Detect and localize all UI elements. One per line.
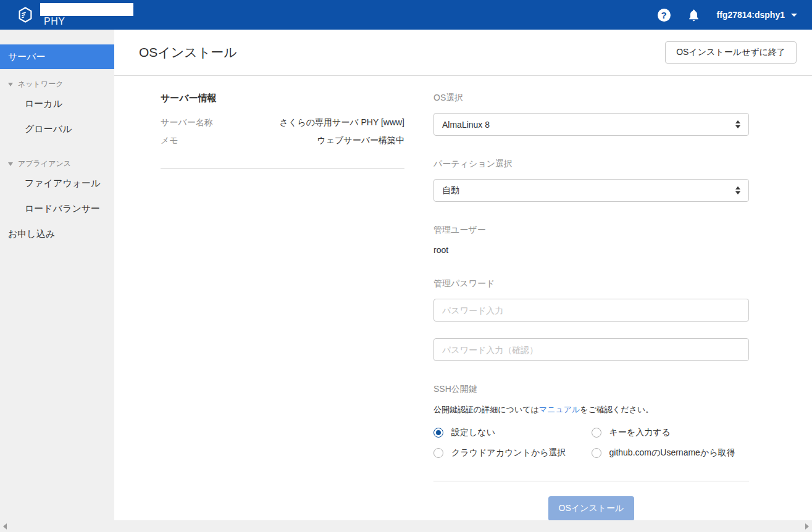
- select-spinner-icon: [735, 120, 740, 128]
- partition-select-label: パーティション選択: [433, 159, 749, 170]
- sidebar-item-firewall[interactable]: ファイアウォール: [0, 178, 114, 189]
- os-select-value: AlmaLinux 8: [442, 120, 490, 130]
- password-confirm-input[interactable]: [433, 338, 749, 361]
- password-input[interactable]: [433, 299, 749, 322]
- server-name-value: さくらの専用サーバ PHY [www]: [280, 117, 404, 128]
- account-id: ffg27814:dsphy1: [717, 10, 785, 20]
- ssh-option-github-username[interactable]: github.comのUsernameから取得: [592, 447, 750, 459]
- ssh-option-cloud-account[interactable]: クラウドアカウントから選択: [433, 447, 592, 459]
- radio-icon[interactable]: [433, 428, 443, 438]
- sidebar-item-global[interactable]: グローバル: [0, 123, 114, 135]
- ssh-option-enter-key[interactable]: キーを入力する: [592, 427, 750, 438]
- memo-label: メモ: [161, 135, 178, 146]
- triangle-down-icon: [8, 162, 13, 166]
- ssh-key-label: SSH公開鍵: [433, 384, 749, 395]
- radio-icon[interactable]: [592, 448, 601, 458]
- radio-icon[interactable]: [592, 428, 601, 438]
- partition-select-value: 自動: [442, 185, 459, 196]
- manual-link[interactable]: マニュアル: [539, 405, 580, 414]
- admin-user-label: 管理ユーザー: [433, 225, 749, 236]
- chevron-down-icon: [791, 14, 797, 17]
- account-menu[interactable]: ffg27814:dsphy1: [717, 10, 797, 20]
- sidebar: サーバー ネットワーク ローカル グローバル アプライアンス ファイアウォール …: [0, 30, 114, 520]
- notification-bell-icon[interactable]: [688, 9, 700, 22]
- main-content: OSインストール OSインストールせずに終了 サーバー情報 サーバー名称 さくら…: [114, 30, 812, 520]
- partition-select[interactable]: 自動: [433, 179, 749, 202]
- ssh-key-note: 公開鍵認証の詳細についてはマニュアルをご確認ください。: [433, 404, 749, 415]
- logo-hexagon-icon: [17, 6, 33, 23]
- sidebar-section-network[interactable]: ネットワーク: [0, 69, 114, 89]
- page-title: OSインストール: [139, 44, 237, 61]
- exit-without-install-button[interactable]: OSインストールせずに終了: [665, 41, 797, 64]
- server-name-row: サーバー名称 さくらの専用サーバ PHY [www]: [161, 117, 404, 128]
- sidebar-item-load-balancer[interactable]: ロードバランサー: [0, 203, 114, 214]
- help-icon[interactable]: ?: [658, 9, 671, 22]
- horizontal-scrollbar[interactable]: [0, 520, 812, 532]
- os-select-label: OS選択: [433, 93, 749, 104]
- scroll-left-arrow-icon[interactable]: [3, 523, 7, 530]
- os-select[interactable]: AlmaLinux 8: [433, 113, 749, 136]
- triangle-down-icon: [8, 83, 13, 86]
- os-install-button[interactable]: OSインストール: [548, 496, 635, 521]
- scroll-right-arrow-icon[interactable]: [805, 523, 809, 530]
- server-info-panel: サーバー情報 サーバー名称 さくらの専用サーバ PHY [www] メモ ウェブ…: [161, 93, 404, 521]
- ssh-key-options: 設定しない キーを入力する クラウドアカウントから選択 github.comのU…: [433, 427, 749, 459]
- sidebar-item-server[interactable]: サーバー: [0, 44, 114, 69]
- os-install-form: OS選択 AlmaLinux 8 パーティション選択 自動 管理ユーザー roo…: [433, 93, 749, 521]
- radio-icon[interactable]: [433, 448, 443, 458]
- ssh-option-none[interactable]: 設定しない: [433, 427, 592, 438]
- admin-user-value: root: [433, 245, 749, 255]
- admin-password-label: 管理パスワード: [433, 278, 749, 289]
- sidebar-item-signup[interactable]: お申し込み: [0, 228, 114, 239]
- brand-title: さくらの専用サーバPHY: [40, 3, 133, 27]
- memo-value: ウェブサーバー構築中: [317, 135, 404, 146]
- select-spinner-icon: [735, 186, 740, 194]
- server-info-heading: サーバー情報: [161, 93, 404, 104]
- server-info-divider: [161, 168, 404, 168]
- sidebar-item-local[interactable]: ローカル: [0, 98, 114, 109]
- form-divider: [433, 481, 749, 481]
- server-name-label: サーバー名称: [161, 117, 213, 128]
- sidebar-section-appliance[interactable]: アプライアンス: [0, 149, 114, 169]
- brand[interactable]: さくらの専用サーバPHY: [17, 3, 133, 27]
- top-navbar: さくらの専用サーバPHY ? ffg27814:dsphy1: [0, 0, 812, 30]
- memo-row: メモ ウェブサーバー構築中: [161, 135, 404, 146]
